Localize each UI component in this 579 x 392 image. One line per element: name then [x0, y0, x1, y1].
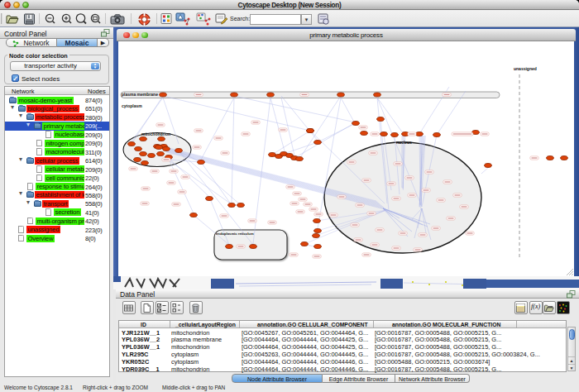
svg-text:cytoplasm: cytoplasm [122, 103, 142, 108]
svg-text:mitochondrion: mitochondrion [141, 131, 170, 136]
svg-text:unassigned: unassigned [514, 66, 537, 71]
svg-text:plasma membrane: plasma membrane [122, 92, 158, 97]
svg-text:nucleus: nucleus [396, 140, 412, 145]
svg-text:endoplasmic reticulum: endoplasmic reticulum [216, 232, 254, 236]
